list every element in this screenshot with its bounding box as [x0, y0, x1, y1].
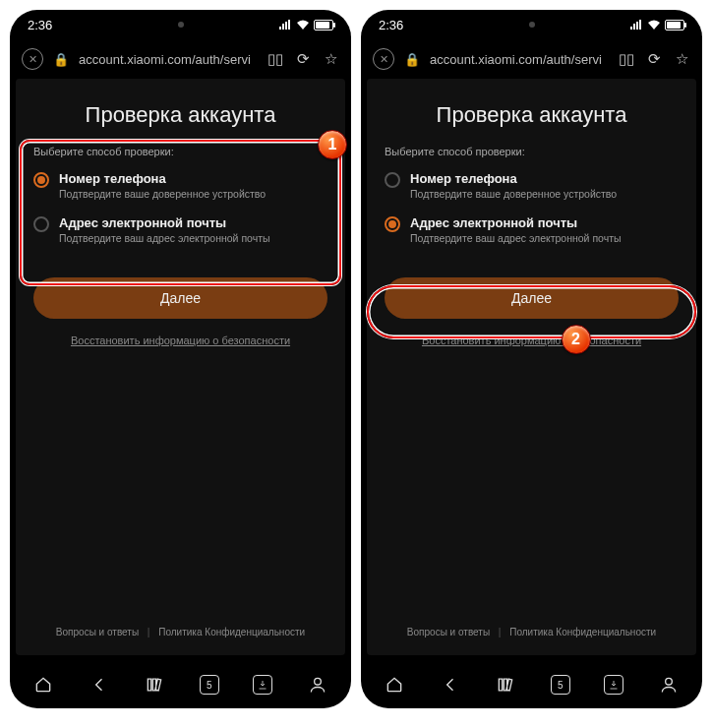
profile-icon[interactable] [307, 674, 328, 696]
reader-icon[interactable]: ▯▯ [267, 50, 284, 68]
lock-icon[interactable]: 🔒 [53, 52, 69, 67]
option-email[interactable]: Адрес электронной почты Подтвердите ваш … [385, 215, 679, 244]
reload-icon[interactable]: ⟳ [294, 50, 312, 68]
wifi-icon [647, 19, 661, 30]
page-title: Проверка аккаунта [385, 102, 679, 128]
tabs-button[interactable]: 5 [200, 675, 219, 695]
faq-link[interactable]: Вопросы и ответы [56, 627, 139, 637]
footer-links: Вопросы и ответы | Политика Конфиденциал… [385, 627, 679, 643]
radio-phone[interactable] [385, 172, 400, 188]
radio-email[interactable] [385, 216, 400, 232]
status-time: 2:36 [28, 18, 52, 32]
signal-icon [629, 19, 643, 30]
page-title: Проверка аккаунта [33, 102, 327, 128]
profile-icon[interactable] [658, 674, 680, 696]
option-phone-desc: Подтвердите ваше доверенное устройство [410, 188, 617, 200]
star-icon[interactable]: ☆ [322, 50, 339, 68]
option-phone[interactable]: Номер телефона Подтвердите ваше доверенн… [385, 171, 679, 200]
svg-point-1 [665, 678, 672, 685]
status-icons [278, 19, 333, 30]
option-email-label: Адрес электронной почты [410, 215, 622, 230]
option-email[interactable]: Адрес электронной почты Подтвердите ваш … [33, 215, 327, 244]
camera-dot [178, 22, 184, 28]
option-phone[interactable]: Номер телефона Подтвердите ваше доверенн… [33, 171, 327, 200]
bottom-nav: 5 [361, 661, 702, 708]
callout-box-1 [20, 140, 341, 285]
url-text[interactable]: account.xiaomi.com/auth/servi [79, 52, 257, 67]
url-text[interactable]: account.xiaomi.com/auth/servi [430, 52, 608, 67]
library-icon[interactable] [144, 674, 165, 696]
status-icons [629, 19, 684, 30]
lock-icon[interactable]: 🔒 [404, 52, 420, 67]
page-subtitle: Выберите способ проверки: [33, 146, 327, 157]
footer-sep: | [499, 627, 502, 637]
privacy-link[interactable]: Политика Конфиденциальности [509, 627, 656, 637]
phone-right: 2:36 ✕ 🔒 account.xiaomi.com/auth/servi ▯… [361, 10, 702, 708]
reader-icon[interactable]: ▯▯ [618, 50, 635, 68]
back-icon[interactable] [440, 674, 461, 696]
back-icon[interactable] [89, 674, 110, 696]
wifi-icon [296, 19, 310, 30]
option-phone-desc: Подтвердите ваше доверенное устройство [59, 188, 266, 200]
shield-icon[interactable]: ✕ [373, 48, 394, 70]
shield-icon[interactable]: ✕ [22, 48, 43, 70]
footer-sep: | [148, 627, 150, 637]
battery-icon [314, 20, 333, 30]
option-phone-label: Номер телефона [410, 171, 617, 186]
downloads-button[interactable] [253, 675, 272, 695]
option-email-label: Адрес электронной почты [59, 215, 270, 230]
status-time: 2:36 [379, 18, 403, 32]
next-button[interactable]: Далее [385, 277, 679, 319]
radio-phone[interactable] [33, 172, 49, 188]
home-icon[interactable] [32, 674, 54, 696]
recover-link[interactable]: Восстановить информацию о безопасности [385, 334, 679, 346]
camera-dot [529, 22, 535, 28]
reload-icon[interactable]: ⟳ [645, 50, 663, 68]
svg-point-0 [314, 678, 321, 685]
star-icon[interactable]: ☆ [673, 50, 690, 68]
phone-left: 2:36 ✕ 🔒 account.xiaomi.com/auth/servi ▯… [10, 10, 351, 708]
signal-icon [278, 19, 292, 30]
battery-icon [665, 20, 684, 30]
privacy-link[interactable]: Политика Конфиденциальности [158, 627, 305, 637]
page-content: Проверка аккаунта Выберите способ провер… [367, 79, 696, 655]
library-icon[interactable] [495, 674, 516, 696]
home-icon[interactable] [384, 674, 405, 696]
browser-url-bar: ✕ 🔒 account.xiaomi.com/auth/servi ▯▯ ⟳ ☆ [10, 39, 351, 79]
next-button[interactable]: Далее [33, 277, 327, 319]
page-subtitle: Выберите способ проверки: [385, 146, 679, 157]
footer-links: Вопросы и ответы | Политика Конфиденциал… [33, 627, 327, 643]
radio-email[interactable] [33, 216, 49, 232]
option-phone-label: Номер телефона [59, 171, 266, 186]
browser-url-bar: ✕ 🔒 account.xiaomi.com/auth/servi ▯▯ ⟳ ☆ [361, 39, 702, 79]
faq-link[interactable]: Вопросы и ответы [407, 627, 490, 637]
page-content: Проверка аккаунта Выберите способ провер… [16, 79, 345, 655]
bottom-nav: 5 [10, 661, 351, 708]
tabs-button[interactable]: 5 [551, 675, 570, 695]
downloads-button[interactable] [604, 675, 623, 695]
recover-link[interactable]: Восстановить информацию о безопасности [33, 334, 327, 346]
option-email-desc: Подтвердите ваш адрес электронной почты [59, 232, 270, 244]
option-email-desc: Подтвердите ваш адрес электронной почты [410, 232, 622, 244]
